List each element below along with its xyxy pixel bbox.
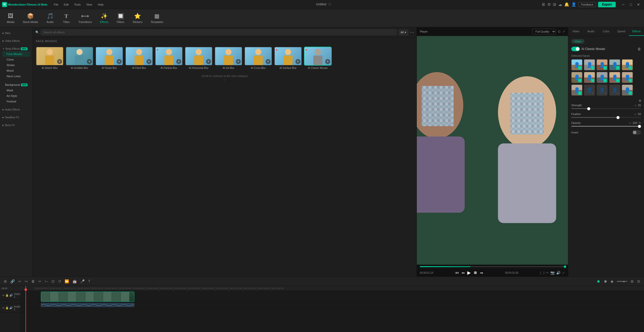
- effect-ai-scribble-blur[interactable]: + AI Scribble Blur: [66, 47, 93, 69]
- timeline-snap-btn[interactable]: ⊞: [3, 279, 8, 284]
- step-back-button[interactable]: ⬅: [461, 270, 465, 275]
- sidebar-item-background[interactable]: Background NEW: [3, 82, 30, 88]
- menu-edit[interactable]: Edit: [61, 2, 71, 7]
- face-item-13[interactable]: 👤 ✓: [597, 85, 608, 96]
- timeline-delete-btn[interactable]: 🗑: [30, 279, 36, 284]
- audio-clip[interactable]: [41, 303, 134, 307]
- tool-stock-media[interactable]: 📦 Stock Media: [19, 11, 42, 25]
- feather-diamond-icon[interactable]: ◇: [634, 113, 636, 116]
- search-input[interactable]: [41, 29, 397, 35]
- effect-ai-sketch-blur[interactable]: + AI Sketch Blur: [36, 47, 64, 69]
- effect-ai-classic-mosaic[interactable]: ♥ + AI Classic Mosaic: [304, 47, 332, 69]
- sidebar-item-clone[interactable]: Clone: [3, 57, 30, 62]
- tab-speed[interactable]: Speed: [614, 27, 629, 36]
- menu-tools[interactable]: Tools: [72, 2, 83, 7]
- quality-selector[interactable]: Full Quality 1/2 Quality 1/4 Quality: [532, 29, 556, 34]
- tool-filters[interactable]: 🔲 Filters: [113, 11, 128, 25]
- sidebar-item-art-style[interactable]: Art Style: [3, 93, 30, 99]
- minimize-button[interactable]: ─: [620, 2, 627, 7]
- face-item-6[interactable]: 👤 ✓: [571, 72, 582, 83]
- play-button[interactable]: ▶: [467, 270, 471, 275]
- strength-slider-track[interactable]: [571, 108, 641, 109]
- tab-audio[interactable]: Audio: [583, 27, 599, 36]
- sidebar-video-effects-header[interactable]: ▶ Video Effects: [3, 39, 30, 43]
- audio-mute-btn[interactable]: 🔊: [9, 306, 13, 310]
- stop-button[interactable]: ⏹: [473, 270, 477, 275]
- add-icon-10[interactable]: +: [325, 59, 330, 64]
- timeline-split-btn[interactable]: ⊢: [44, 279, 49, 284]
- tool-titles[interactable]: T Titles: [59, 11, 74, 25]
- timeline-marker-btn[interactable]: ◆: [609, 279, 615, 284]
- face-item-12[interactable]: 👤 ✓: [584, 85, 595, 96]
- add-icon-6[interactable]: +: [206, 59, 211, 64]
- face-item-7[interactable]: 👤 ✓: [584, 72, 595, 83]
- tab-effects[interactable]: Effects: [629, 27, 644, 36]
- close-button[interactable]: ✕: [635, 2, 642, 7]
- tool-media[interactable]: 🖼 Media: [3, 11, 18, 25]
- tool-templates[interactable]: ▦ Templates: [147, 11, 167, 25]
- sidebar-body-effects-header[interactable]: ▼ Body Effects NEW: [3, 46, 30, 51]
- effect-ai-surface-blur[interactable]: ♥ + AI Surface Blur: [274, 47, 302, 69]
- add-icon-2[interactable]: +: [87, 59, 92, 64]
- tool-transitions[interactable]: ⟷ Transitions: [75, 11, 95, 25]
- feedback-button[interactable]: Feedback: [578, 2, 596, 7]
- timeline-link-btn[interactable]: 🔗: [9, 279, 16, 284]
- track-lock-btn[interactable]: 🔒: [5, 294, 9, 297]
- effect-ai-paint-blur[interactable]: + AI Paint Blur: [125, 47, 153, 69]
- face-item-2[interactable]: 👤 ✓: [584, 59, 595, 70]
- menu-view[interactable]: View: [84, 2, 95, 7]
- effect-enabled-toggle[interactable]: [571, 47, 580, 51]
- add-icon-7[interactable]: +: [236, 59, 241, 64]
- effects-more-button[interactable]: ⋯: [410, 30, 414, 35]
- face-item-15[interactable]: 👤 ✓: [622, 85, 633, 96]
- fullscreen-icon[interactable]: ⤢: [562, 271, 565, 275]
- progress-bar[interactable]: [420, 266, 565, 267]
- sidebar-item-mask[interactable]: Mask: [3, 88, 30, 93]
- face-item-10[interactable]: 👤 ✓: [622, 72, 633, 83]
- opacity-diamond-icon[interactable]: ◇: [629, 122, 631, 124]
- skip-back-button[interactable]: ⏮: [455, 270, 459, 275]
- timeline-record-btn[interactable]: ⏺: [602, 279, 608, 284]
- tab-video[interactable]: Video: [568, 27, 583, 36]
- opacity-slider-track[interactable]: [571, 126, 641, 127]
- track-audio-btn[interactable]: 🔊: [9, 294, 13, 297]
- mark-out-icon[interactable]: ⌋: [543, 271, 544, 275]
- export-button[interactable]: Export: [598, 2, 616, 7]
- step-forward-button[interactable]: ➡: [480, 270, 483, 275]
- audio-eye-btn[interactable]: 👁: [2, 306, 5, 310]
- face-item-9[interactable]: 👤 ✓: [609, 72, 620, 83]
- tool-stickers[interactable]: ⭐ Stickers: [129, 11, 146, 25]
- timeline-speed-btn[interactable]: ⏩: [63, 279, 70, 284]
- mark-in-icon[interactable]: ⌊: [540, 271, 542, 275]
- strength-diamond-icon[interactable]: ◇: [634, 104, 636, 107]
- face-item-5[interactable]: 👤 ✓: [622, 59, 633, 70]
- timeline-redo-btn[interactable]: ↪: [23, 279, 29, 284]
- add-icon-3[interactable]: +: [117, 59, 122, 64]
- timeline-voice-btn[interactable]: 🎤: [79, 279, 86, 284]
- preview-icon-expand[interactable]: ⤢: [562, 30, 565, 33]
- sidebar-mine-header[interactable]: ▶ Mine: [3, 31, 30, 36]
- video-sub-tab[interactable]: Video: [571, 39, 584, 44]
- tool-audio[interactable]: 🎵 Audio: [43, 11, 58, 25]
- face-item-4[interactable]: 👤 ✓: [609, 59, 620, 70]
- volume-icon[interactable]: 🔊: [556, 271, 560, 275]
- menu-help[interactable]: Help: [95, 2, 106, 7]
- timeline-zoom-slider[interactable]: ━━━●━: [616, 279, 628, 284]
- audio-lock-btn[interactable]: 🔒: [5, 306, 9, 310]
- add-icon-4[interactable]: +: [146, 59, 151, 64]
- timeline-fit-btn[interactable]: ⊞: [629, 279, 635, 284]
- face-item-14[interactable]: 👤 ✓: [609, 85, 620, 96]
- face-item-1[interactable]: 👤 ✓: [571, 59, 582, 70]
- effect-ai-pastel-blur[interactable]: + AI Pastel Blur: [95, 47, 123, 69]
- add-icon-9[interactable]: +: [295, 59, 300, 64]
- timeline-undo-btn[interactable]: ↩: [17, 279, 22, 284]
- effect-ai-particle-blur[interactable]: ♥ + AI Particle Blur: [155, 47, 183, 69]
- effect-ai-ink-blur[interactable]: + AI Ink Blur: [215, 47, 242, 69]
- effect-ai-cross-blur[interactable]: + AI Cross Blur: [244, 47, 272, 69]
- face-item-3[interactable]: 👤 ✓: [597, 59, 608, 70]
- sidebar-newblue-header[interactable]: ▶ NewBlue FX: [3, 115, 30, 120]
- sidebar-audio-effects-header[interactable]: ▶ Audio Effects: [3, 107, 30, 112]
- sidebar-item-neon-lines[interactable]: Neon Lines: [3, 73, 30, 79]
- invert-toggle[interactable]: [632, 130, 641, 135]
- add-icon-8[interactable]: +: [266, 59, 271, 64]
